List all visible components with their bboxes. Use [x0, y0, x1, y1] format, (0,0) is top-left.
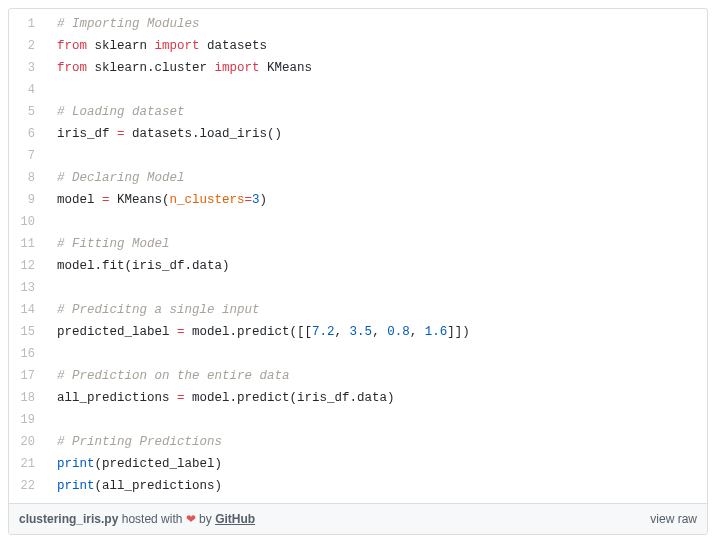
code-line: 16 [9, 343, 707, 365]
token: ) [260, 193, 268, 207]
line-number[interactable]: 19 [9, 409, 47, 431]
code-cell[interactable] [47, 277, 65, 299]
line-number[interactable]: 20 [9, 431, 47, 453]
heart-icon: ❤ [186, 512, 196, 526]
code-cell[interactable]: iris_df = datasets.load_iris() [47, 123, 282, 145]
token: print [57, 457, 95, 471]
code-line: 19 [9, 409, 707, 431]
code-cell[interactable]: from sklearn.cluster import KMeans [47, 57, 312, 79]
line-number[interactable]: 21 [9, 453, 47, 475]
token: sklearn.cluster [87, 61, 215, 75]
code-line: 10 [9, 211, 707, 233]
line-number[interactable]: 2 [9, 35, 47, 57]
code-line: 9model = KMeans(n_clusters=3) [9, 189, 707, 211]
token: # Loading dataset [57, 105, 185, 119]
filename-link[interactable]: clustering_iris.py [19, 512, 118, 526]
token: iris_df [57, 127, 117, 141]
code-line: 5# Loading dataset [9, 101, 707, 123]
gist-container: 1# Importing Modules2from sklearn import… [8, 8, 708, 535]
token: (all_predictions) [95, 479, 223, 493]
line-number[interactable]: 11 [9, 233, 47, 255]
code-cell[interactable]: from sklearn import datasets [47, 35, 267, 57]
code-line: 6iris_df = datasets.load_iris() [9, 123, 707, 145]
code-line: 22print(all_predictions) [9, 475, 707, 497]
line-number[interactable]: 18 [9, 387, 47, 409]
token: model.predict(iris_df.data) [185, 391, 395, 405]
code-line: 3from sklearn.cluster import KMeans [9, 57, 707, 79]
token: , [335, 325, 350, 339]
line-number[interactable]: 5 [9, 101, 47, 123]
line-number[interactable]: 10 [9, 211, 47, 233]
code-line: 2from sklearn import datasets [9, 35, 707, 57]
code-cell[interactable]: # Predicitng a single input [47, 299, 260, 321]
token: # Prediction on the entire data [57, 369, 290, 383]
code-cell[interactable]: # Declaring Model [47, 167, 185, 189]
hosted-with-text: hosted with [122, 512, 186, 526]
code-cell[interactable]: model = KMeans(n_clusters=3) [47, 189, 267, 211]
github-link[interactable]: GitHub [215, 512, 255, 526]
code-cell[interactable]: print(predicted_label) [47, 453, 222, 475]
code-line: 8# Declaring Model [9, 167, 707, 189]
token: n_clusters [170, 193, 245, 207]
token: # Predicitng a single input [57, 303, 260, 317]
line-number[interactable]: 15 [9, 321, 47, 343]
code-line: 13 [9, 277, 707, 299]
token: KMeans( [110, 193, 170, 207]
view-raw-link[interactable]: view raw [650, 512, 697, 526]
code-cell[interactable]: # Printing Predictions [47, 431, 222, 453]
token: = [117, 127, 125, 141]
token: print [57, 479, 95, 493]
line-number[interactable]: 22 [9, 475, 47, 497]
token: 7.2 [312, 325, 335, 339]
token: 3.5 [350, 325, 373, 339]
code-line: 17# Prediction on the entire data [9, 365, 707, 387]
token: datasets.load_iris() [125, 127, 283, 141]
code-cell[interactable]: # Importing Modules [47, 13, 200, 35]
line-number[interactable]: 16 [9, 343, 47, 365]
code-cell[interactable]: # Prediction on the entire data [47, 365, 290, 387]
token: 1.6 [425, 325, 448, 339]
line-number[interactable]: 13 [9, 277, 47, 299]
line-number[interactable]: 3 [9, 57, 47, 79]
code-cell[interactable]: predicted_label = model.predict([[7.2, 3… [47, 321, 470, 343]
code-line: 11# Fitting Model [9, 233, 707, 255]
token: datasets [200, 39, 268, 53]
token: model.fit(iris_df.data) [57, 259, 230, 273]
token: all_predictions [57, 391, 177, 405]
code-cell[interactable] [47, 343, 65, 365]
code-line: 18all_predictions = model.predict(iris_d… [9, 387, 707, 409]
line-number[interactable]: 8 [9, 167, 47, 189]
token: (predicted_label) [95, 457, 223, 471]
line-number[interactable]: 14 [9, 299, 47, 321]
line-number[interactable]: 7 [9, 145, 47, 167]
line-number[interactable]: 6 [9, 123, 47, 145]
code-cell[interactable] [47, 145, 65, 167]
code-cell[interactable] [47, 79, 65, 101]
code-cell[interactable] [47, 409, 65, 431]
token: # Printing Predictions [57, 435, 222, 449]
line-number[interactable]: 17 [9, 365, 47, 387]
code-cell[interactable]: # Fitting Model [47, 233, 170, 255]
code-cell[interactable]: model.fit(iris_df.data) [47, 255, 230, 277]
line-number[interactable]: 1 [9, 13, 47, 35]
code-cell[interactable]: print(all_predictions) [47, 475, 222, 497]
token: sklearn [87, 39, 155, 53]
token: model.predict([[ [185, 325, 313, 339]
code-line: 15predicted_label = model.predict([[7.2,… [9, 321, 707, 343]
code-line: 21print(predicted_label) [9, 453, 707, 475]
line-number[interactable]: 4 [9, 79, 47, 101]
code-line: 1# Importing Modules [9, 13, 707, 35]
code-line: 14# Predicitng a single input [9, 299, 707, 321]
code-cell[interactable]: all_predictions = model.predict(iris_df.… [47, 387, 395, 409]
token: # Declaring Model [57, 171, 185, 185]
token: = [177, 325, 185, 339]
token: = [177, 391, 185, 405]
code-cell[interactable] [47, 211, 65, 233]
code-cell[interactable]: # Loading dataset [47, 101, 185, 123]
line-number[interactable]: 9 [9, 189, 47, 211]
footer-right: view raw [650, 512, 697, 526]
line-number[interactable]: 12 [9, 255, 47, 277]
token: KMeans [260, 61, 313, 75]
code-area[interactable]: 1# Importing Modules2from sklearn import… [9, 9, 707, 503]
code-line: 20# Printing Predictions [9, 431, 707, 453]
